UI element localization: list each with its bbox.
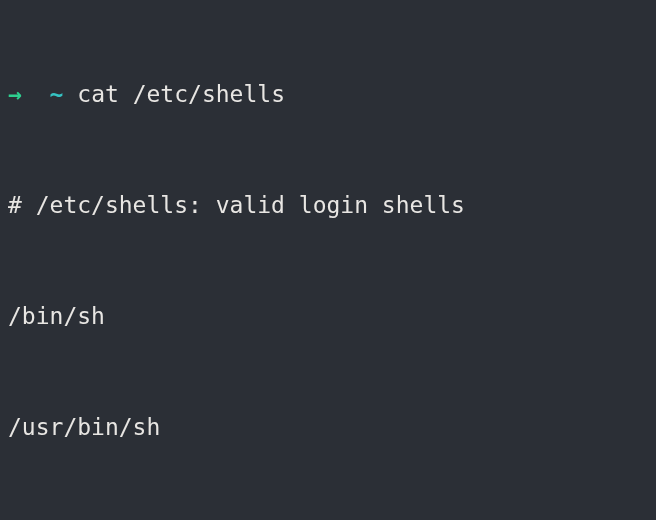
prompt-cwd: ~ (50, 81, 64, 107)
output-line: /bin/sh (8, 298, 648, 335)
terminal-window[interactable]: → ~ cat /etc/shells # /etc/shells: valid… (0, 0, 656, 520)
prompt-line-1: → ~ cat /etc/shells (8, 76, 648, 113)
output-line: # /etc/shells: valid login shells (8, 187, 648, 224)
output-line: /usr/bin/sh (8, 409, 648, 446)
command-text: cat /etc/shells (77, 81, 285, 107)
prompt-arrow-icon: → (8, 81, 22, 107)
